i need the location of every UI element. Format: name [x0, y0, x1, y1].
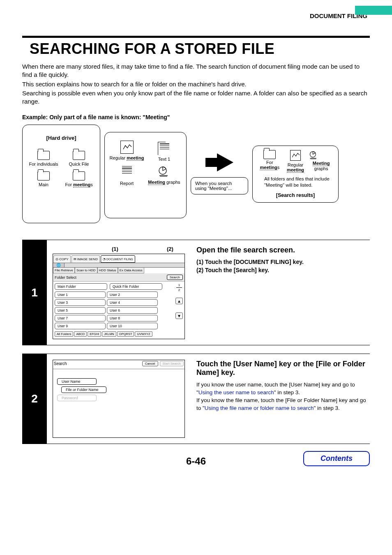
user-folder-button[interactable]: User 4 — [107, 299, 158, 306]
password-button[interactable]: Password — [57, 395, 97, 401]
folder-label: Main — [39, 182, 48, 187]
step-1: 1 (1) (2) ◎ COPY ✉ IMAGE SEND ◔ DOCUMENT… — [22, 240, 370, 345]
start-search-button[interactable]: Start Search — [160, 361, 184, 366]
subtab-ex-data-access[interactable]: Ex Data Access — [118, 268, 144, 273]
user-folder-button[interactable]: User 5 — [55, 307, 106, 314]
chart-icon — [120, 141, 134, 154]
step1-sub2: (2) Touch the [Search] key. — [196, 267, 367, 273]
tab-copy[interactable]: ◎ COPY — [53, 255, 71, 263]
file-regular-meeting: Regular meeting — [108, 141, 145, 162]
tab-label: COPY — [59, 257, 69, 261]
folder-select-label: Folder Select — [55, 275, 76, 280]
subtab-file-retrieve[interactable]: File Retrieve — [53, 268, 75, 273]
file-label-suf: graphs — [165, 180, 180, 185]
file-label: Report — [120, 181, 134, 186]
step2-heading: Touch the [User Name] key or the [File o… — [196, 360, 367, 377]
folder-contents-box: Regular meeting Text 1 Report — [104, 132, 187, 218]
alpha-filter-button[interactable]: OPQRST — [117, 331, 134, 337]
file-or-folder-name-button[interactable]: File or Folder Name — [61, 386, 106, 393]
text-icon — [120, 166, 134, 179]
results-note: All folders and files that include "Meet… — [264, 176, 334, 188]
alpha-filter-button[interactable]: All Folders — [55, 331, 73, 337]
main-folder-button[interactable]: Main Folder — [55, 283, 107, 290]
user-folder-button[interactable]: User 6 — [107, 307, 158, 314]
intro-p3: Searching is possible even when you only… — [22, 89, 370, 106]
subtab-scan-to-hdd[interactable]: Scan to HDD — [75, 268, 97, 273]
user-folder-button[interactable]: User 3 — [55, 299, 106, 306]
alpha-filter-button[interactable]: EFGHI — [88, 331, 101, 337]
folder-label: For individuals — [29, 162, 58, 166]
example-diagram: [Hard drive] For individuals Quick File … — [22, 125, 370, 223]
folder-label-pre: For — [65, 182, 73, 187]
page-up-button[interactable]: ▲ — [175, 298, 183, 304]
step2-text-b: " in step 3. — [274, 389, 300, 395]
folder-main: Main — [26, 171, 61, 187]
text-icon — [158, 142, 171, 155]
step2-text-d: " in step 3. — [314, 405, 339, 411]
step-number: 1 — [22, 240, 47, 345]
user-folder-button[interactable]: User 10 — [107, 323, 158, 329]
folder-icon — [37, 171, 50, 180]
file-report: Report — [108, 165, 145, 186]
subtab-hdd-status[interactable]: HDD Status — [97, 268, 118, 273]
search-results-box: For meetings Regular meeting Meeting gra… — [252, 146, 339, 203]
page-down-button[interactable]: ▼ — [175, 312, 183, 319]
res-label-pre: Regular — [288, 162, 304, 167]
file-label-bold: Meeting — [148, 180, 165, 185]
alpha-filter-button[interactable]: UVWXYZ — [135, 331, 152, 337]
folder-icon — [73, 171, 85, 180]
tab-label: IMAGE SEND — [77, 257, 98, 261]
user-folder-button[interactable]: User 1 — [55, 291, 106, 298]
step-number: 2 — [22, 354, 47, 444]
step1-heading: Open the file search screen. — [196, 246, 367, 254]
folder-label: Quick File — [69, 162, 89, 166]
tab-document-filing[interactable]: ◔ DOCUMENT FILING — [101, 255, 135, 263]
res-label-suf: graphs — [314, 166, 328, 171]
search-button[interactable]: Search — [167, 275, 183, 280]
folder-icon — [73, 151, 85, 160]
alpha-filter-button[interactable]: ABCD — [74, 331, 87, 337]
folder-label-suf: s — [90, 182, 93, 187]
marker-2: (2) — [167, 246, 173, 252]
search-callout: When you search using "Meeting"... — [191, 177, 248, 194]
file-label: Text 1 — [158, 157, 170, 162]
user-folder-button[interactable]: User 2 — [107, 291, 158, 298]
alpha-filter-row: All FoldersABCDEFGHIJKLMNOPQRSTUVWXYZ — [53, 330, 184, 339]
alpha-filter-button[interactable]: JKLMN — [102, 331, 116, 337]
file-label-bold: meeting — [127, 155, 144, 160]
step1-sub1: (1) Touch the [DOCUMENT FILING] key. — [196, 259, 367, 265]
folder-icon — [263, 150, 276, 159]
result-regular-meeting: Regular meeting — [283, 150, 308, 173]
intro-p1: When there are many stored files, it may… — [22, 62, 370, 79]
res-label-bold: meeting — [260, 165, 277, 170]
search-title: Search — [54, 361, 67, 366]
title-rule — [22, 36, 370, 38]
tab-label: DOCUMENT FILING — [106, 258, 133, 261]
link-file-name-search[interactable]: Using the file name or folder name to se… — [205, 405, 314, 411]
user-folder-button[interactable]: User 7 — [55, 315, 106, 321]
pie-icon — [158, 165, 171, 178]
user-folder-button[interactable]: User 8 — [107, 315, 158, 321]
teal-header-accent — [355, 6, 392, 15]
results-label: [Search results] — [257, 192, 334, 198]
folder-label-bold: meeting — [73, 182, 90, 187]
cancel-button[interactable]: Cancel — [142, 361, 158, 366]
touch-panel-search: Search Cancel Start Search User Name Fil… — [53, 360, 185, 438]
touch-panel-folder-select: ◎ COPY ✉ IMAGE SEND ◔ DOCUMENT FILING 🌐 … — [53, 254, 185, 339]
globe-icon[interactable]: 🌐 — [53, 263, 65, 267]
hard-drive-box: [Hard drive] For individuals Quick File … — [22, 125, 100, 223]
link-user-name-search[interactable]: Using the user name to search — [198, 389, 274, 395]
folder-quick-file: Quick File — [62, 151, 97, 166]
tab-image-send[interactable]: ✉ IMAGE SEND — [71, 255, 100, 263]
contents-button[interactable]: Contents — [303, 451, 370, 466]
result-folder-meetings: For meetings — [257, 150, 282, 173]
user-folder-button[interactable]: User 9 — [55, 323, 106, 329]
result-meeting-graphs: Meeting graphs — [309, 150, 334, 173]
pie-icon — [309, 150, 334, 161]
arrow-right-icon — [205, 153, 233, 171]
step-2: 2 Search Cancel Start Search User Name F… — [22, 354, 370, 444]
quick-file-folder-button[interactable]: Quick File Folder — [110, 283, 162, 290]
folder-for-meetings: For meetings — [62, 171, 97, 187]
example-label: Example: Only part of a file name is kno… — [22, 114, 370, 120]
user-name-button[interactable]: User Name — [57, 378, 97, 385]
